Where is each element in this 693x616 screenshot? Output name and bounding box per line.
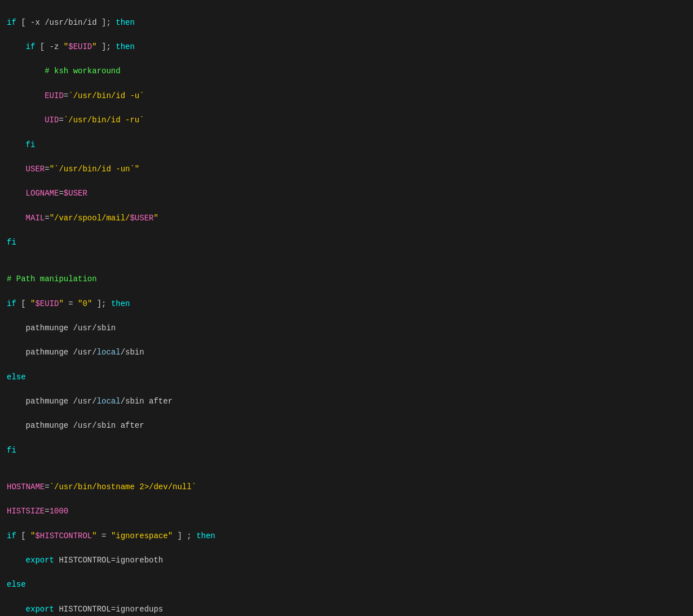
line-9: MAIL="/var/spool/mail/$USER" (7, 212, 686, 225)
line-26: export HISTCONTROL=ignoredups (7, 604, 686, 616)
line-21: HOSTNAME=`/usr/bin/hostname 2>/dev/null` (7, 481, 686, 494)
line-24: export HISTCONTROL=ignoreboth (7, 555, 686, 567)
line-18: pathmunge /usr/sbin after (7, 420, 686, 432)
line-15: pathmunge /usr/local/sbin (7, 347, 686, 359)
line-13: if [ "$EUID" = "0" ]; then (7, 298, 686, 311)
line-3: # ksh workaround (7, 65, 686, 78)
line-7: USER="`/usr/bin/id -un`" (7, 163, 686, 176)
line-4: EUID=`/usr/bin/id -u` (7, 90, 686, 103)
line-17: pathmunge /usr/local/sbin after (7, 396, 686, 408)
line-25: else (7, 579, 686, 591)
line-22: HISTSIZE=1000 (7, 506, 686, 518)
line-23: if [ "$HISTCONTROL" = "ignorespace" ] ; … (7, 530, 686, 543)
line-1: if [ -x /usr/bin/id ]; then (7, 17, 686, 29)
line-16: else (7, 371, 686, 384)
line-8: LOGNAME=$USER (7, 188, 686, 200)
line-19: fi (7, 445, 686, 457)
code-editor: if [ -x /usr/bin/id ]; then if [ -z "$EU… (0, 0, 693, 616)
line-5: UID=`/usr/bin/id -ru` (7, 114, 686, 127)
line-14: pathmunge /usr/sbin (7, 322, 686, 335)
line-2: if [ -z "$EUID" ]; then (7, 41, 686, 54)
line-10: fi (7, 237, 686, 249)
line-6: fi (7, 139, 686, 152)
line-12: # Path manipulation (7, 273, 686, 286)
